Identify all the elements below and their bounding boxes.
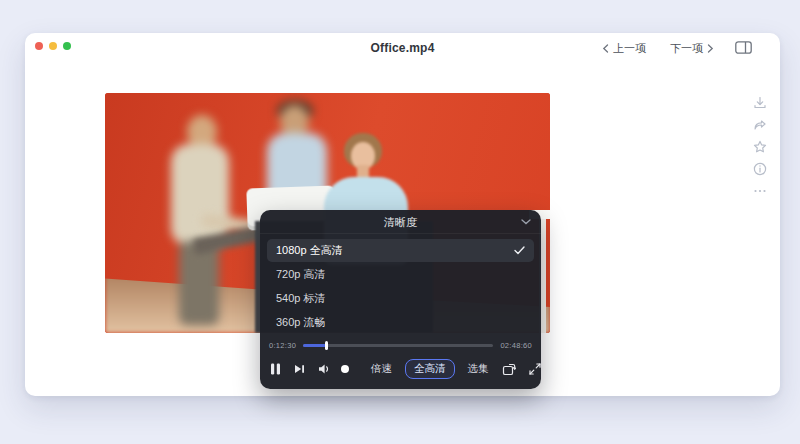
quality-option-label: 1080p 全高清 xyxy=(276,243,343,258)
chevron-left-icon xyxy=(602,44,609,53)
quality-popup-header: 清晰度 xyxy=(260,210,541,234)
chevron-right-icon xyxy=(707,44,714,53)
elapsed-time: 0:12:30 xyxy=(269,341,296,350)
favorite-button[interactable] xyxy=(752,139,768,155)
sidebar-toggle-button[interactable] xyxy=(735,41,752,54)
seek-bar[interactable] xyxy=(303,344,493,347)
fullscreen-icon xyxy=(529,363,541,375)
quality-option-360p[interactable]: 360p 流畅 xyxy=(267,311,534,334)
pause-icon xyxy=(270,363,281,375)
title-bar: Office.mp4 上一项 下一项 xyxy=(25,33,780,59)
more-icon xyxy=(752,183,768,199)
share-icon xyxy=(752,117,768,133)
next-item-label: 下一项 xyxy=(670,41,703,56)
episodes-button[interactable]: 选集 xyxy=(468,362,489,376)
rotate-button[interactable] xyxy=(502,363,516,376)
seek-bar-fill xyxy=(303,344,326,347)
rotate-screen-icon xyxy=(502,363,516,376)
volume-button[interactable] xyxy=(318,363,332,375)
next-episode-button[interactable] xyxy=(294,364,305,374)
sidebar-toggle-icon xyxy=(735,41,752,54)
next-item-button[interactable]: 下一项 xyxy=(670,41,714,56)
fullscreen-button[interactable] xyxy=(529,363,541,375)
progress-row: 0:12:30 02:48:60 xyxy=(260,339,541,351)
seek-handle[interactable] xyxy=(325,341,328,350)
quality-option-label: 720p 高清 xyxy=(276,267,326,282)
quality-option-label: 360p 流畅 xyxy=(276,315,326,330)
quality-option-label: 540p 标清 xyxy=(276,291,326,306)
share-button[interactable] xyxy=(752,117,768,133)
collapse-popup-button[interactable] xyxy=(521,219,531,225)
item-navigation: 上一项 下一项 xyxy=(602,41,714,56)
volume-thumb[interactable] xyxy=(341,365,349,373)
pause-button[interactable] xyxy=(270,363,281,375)
action-rail xyxy=(752,95,768,199)
quality-options-list: 1080p 全高清 720p 高清 540p 标清 360p 流畅 xyxy=(260,234,541,334)
more-button[interactable] xyxy=(752,183,768,199)
previous-item-button[interactable]: 上一项 xyxy=(602,41,646,56)
download-icon xyxy=(752,95,768,111)
player-control-panel: 清晰度 1080p 全高清 720p 高清 540p 标清 360p 流畅 0:… xyxy=(260,210,541,389)
quality-option-1080p[interactable]: 1080p 全高清 xyxy=(267,239,534,262)
info-icon xyxy=(752,161,768,177)
skip-next-icon xyxy=(294,364,305,374)
quality-option-720p[interactable]: 720p 高清 xyxy=(267,263,534,286)
chevron-down-icon xyxy=(521,219,531,225)
controls-row: 倍速 全高清 选集 xyxy=(260,351,541,389)
info-button[interactable] xyxy=(752,161,768,177)
star-icon xyxy=(752,139,768,155)
quality-option-540p[interactable]: 540p 标清 xyxy=(267,287,534,310)
volume-icon xyxy=(318,363,332,375)
playback-speed-button[interactable]: 倍速 xyxy=(371,362,392,376)
app-window: Office.mp4 上一项 下一项 xyxy=(25,33,780,396)
check-icon xyxy=(514,246,525,255)
quality-button[interactable]: 全高清 xyxy=(405,359,455,379)
previous-item-label: 上一项 xyxy=(613,41,646,56)
download-button[interactable] xyxy=(752,95,768,111)
quality-popup-title: 清晰度 xyxy=(384,216,417,228)
total-duration: 02:48:60 xyxy=(500,341,532,350)
